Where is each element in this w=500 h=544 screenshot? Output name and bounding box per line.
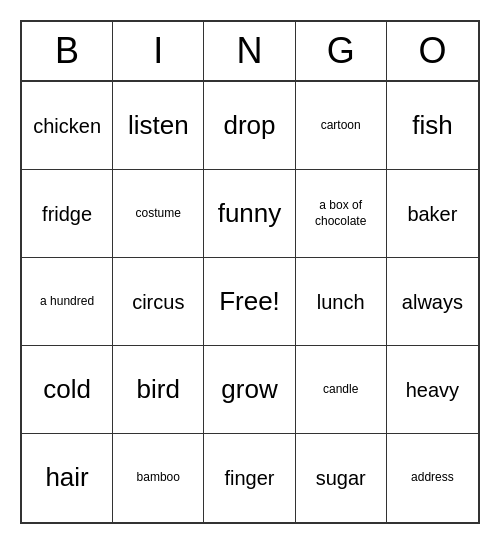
bingo-cell-1[interactable]: listen	[113, 82, 204, 170]
bingo-cell-7[interactable]: funny	[204, 170, 295, 258]
header-letter-g: G	[296, 22, 387, 80]
bingo-cell-text-5: fridge	[42, 201, 92, 227]
bingo-cell-16[interactable]: bird	[113, 346, 204, 434]
bingo-cell-text-15: cold	[43, 373, 91, 407]
bingo-cell-17[interactable]: grow	[204, 346, 295, 434]
bingo-cell-24[interactable]: address	[387, 434, 478, 522]
bingo-cell-text-16: bird	[137, 373, 180, 407]
bingo-cell-2[interactable]: drop	[204, 82, 295, 170]
bingo-cell-14[interactable]: always	[387, 258, 478, 346]
bingo-cell-10[interactable]: a hundred	[22, 258, 113, 346]
bingo-cell-text-2: drop	[223, 109, 275, 143]
bingo-cell-13[interactable]: lunch	[296, 258, 387, 346]
bingo-cell-text-19: heavy	[406, 377, 459, 403]
bingo-cell-text-18: candle	[323, 382, 358, 398]
bingo-header: BINGO	[22, 22, 478, 82]
bingo-cell-15[interactable]: cold	[22, 346, 113, 434]
bingo-cell-text-22: finger	[224, 465, 274, 491]
bingo-cell-3[interactable]: cartoon	[296, 82, 387, 170]
bingo-cell-text-4: fish	[412, 109, 452, 143]
bingo-cell-text-20: hair	[45, 461, 88, 495]
bingo-cell-text-10: a hundred	[40, 294, 94, 310]
bingo-cell-text-24: address	[411, 470, 454, 486]
bingo-grid: chickenlistendropcartoonfishfridgecostum…	[22, 82, 478, 522]
bingo-cell-text-9: baker	[407, 201, 457, 227]
bingo-cell-text-0: chicken	[33, 113, 101, 139]
bingo-cell-text-3: cartoon	[321, 118, 361, 134]
bingo-cell-8[interactable]: a box of chocolate	[296, 170, 387, 258]
bingo-cell-5[interactable]: fridge	[22, 170, 113, 258]
bingo-cell-22[interactable]: finger	[204, 434, 295, 522]
bingo-cell-text-11: circus	[132, 289, 184, 315]
bingo-cell-0[interactable]: chicken	[22, 82, 113, 170]
bingo-cell-text-21: bamboo	[137, 470, 180, 486]
bingo-cell-23[interactable]: sugar	[296, 434, 387, 522]
bingo-cell-21[interactable]: bamboo	[113, 434, 204, 522]
bingo-cell-18[interactable]: candle	[296, 346, 387, 434]
bingo-cell-9[interactable]: baker	[387, 170, 478, 258]
header-letter-n: N	[204, 22, 295, 80]
bingo-cell-text-17: grow	[221, 373, 277, 407]
bingo-cell-text-13: lunch	[317, 289, 365, 315]
bingo-cell-4[interactable]: fish	[387, 82, 478, 170]
bingo-card: BINGO chickenlistendropcartoonfishfridge…	[20, 20, 480, 524]
bingo-cell-6[interactable]: costume	[113, 170, 204, 258]
header-letter-b: B	[22, 22, 113, 80]
bingo-cell-20[interactable]: hair	[22, 434, 113, 522]
bingo-cell-11[interactable]: circus	[113, 258, 204, 346]
bingo-cell-12[interactable]: Free!	[204, 258, 295, 346]
bingo-cell-19[interactable]: heavy	[387, 346, 478, 434]
bingo-cell-text-14: always	[402, 289, 463, 315]
bingo-cell-text-1: listen	[128, 109, 189, 143]
header-letter-o: O	[387, 22, 478, 80]
bingo-cell-text-6: costume	[136, 206, 181, 222]
header-letter-i: I	[113, 22, 204, 80]
bingo-cell-text-7: funny	[218, 197, 282, 231]
bingo-cell-text-12: Free!	[219, 285, 280, 319]
bingo-cell-text-8: a box of chocolate	[300, 198, 382, 229]
bingo-cell-text-23: sugar	[316, 465, 366, 491]
